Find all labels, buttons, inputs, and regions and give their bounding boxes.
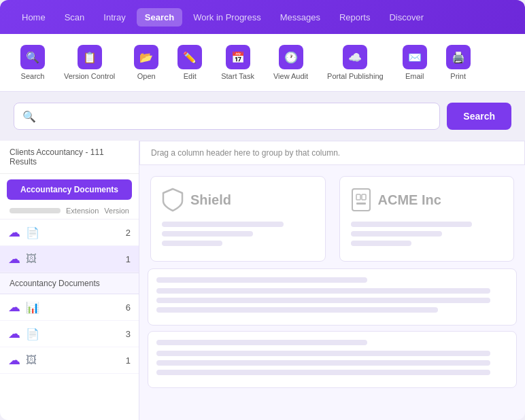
item-version: 1 [126,355,131,366]
cloud-icon: ☁ [8,251,20,266]
cards-row: Shield ACME Inc [139,165,525,268]
list-item[interactable]: ☁ 📄 2 [0,220,139,246]
svg-rect-0 [352,189,370,211]
placeholder-line [156,277,367,283]
view-audit-button[interactable]: 🕐 View Audit [267,41,315,84]
placeholder-line [162,231,253,237]
extension-column-header: Extension [66,207,99,215]
shield-logo: Shield [162,188,314,212]
email-icon: ✉️ [403,45,427,69]
print-label: Print [450,72,466,80]
shield-icon [162,188,184,212]
start-task-icon: 📅 [226,45,250,69]
list-item[interactable]: ☁ 📊 6 [0,294,139,321]
cloud-icon: ☁ [8,353,20,368]
content-rows [139,268,525,392]
nav-reports[interactable]: Reports [331,8,379,27]
open-button[interactable]: 📂 Open [127,41,165,84]
nav-messages[interactable]: Messages [272,8,328,27]
portal-publishing-icon: ☁️ [343,45,367,69]
nav-wip[interactable]: Work in Progress [185,8,269,27]
placeholder-line [156,360,490,366]
nav-discover[interactable]: Discover [381,8,432,27]
nav-scan[interactable]: Scan [56,8,93,27]
version-column-header: Version [104,207,129,215]
toolbar: 🔍 Search 📋 Version Control 📂 Open ✏️ Edi… [0,34,525,92]
placeholder-line [351,231,442,237]
cloud-icon: ☁ [8,300,20,315]
search-icon: 🔍 [22,110,36,123]
item-version: 1 [126,254,131,264]
portal-publishing-button[interactable]: ☁️ Portal Publishing [320,41,390,84]
search-input-wrap: 🔍 [14,103,440,130]
start-task-button[interactable]: 📅 Start Task [214,41,261,84]
nav-intray[interactable]: Intray [95,8,134,27]
content-row [148,331,517,388]
placeholder-line [162,241,222,246]
placeholder-line [156,288,490,294]
item-version: 2 [126,228,131,238]
item-version: 3 [126,329,131,339]
document-icon: 📄 [26,226,39,239]
edit-button[interactable]: ✏️ Edit [171,41,209,84]
placeholder-line [351,222,473,227]
acme-logo-text: ACME Inc [378,192,441,208]
shield-card: Shield [150,176,326,262]
acme-icon [351,188,371,212]
content-row [148,268,517,326]
nav-search[interactable]: Search [137,8,182,27]
data-icon: 📊 [26,301,39,314]
view-audit-icon: 🕐 [279,45,303,69]
print-icon: 🖨️ [446,45,471,69]
acme-card: ACME Inc [339,176,515,262]
search-bar-area: 🔍 Search [0,92,525,141]
list-item[interactable]: ☁ 🖼 1 [0,347,139,374]
svg-rect-1 [356,194,360,200]
version-control-label: Version Control [64,72,115,80]
shield-logo-text: Shield [190,192,231,208]
edit-label: Edit [184,72,197,80]
list-columns-header: Extension Version [0,203,139,220]
drag-hint: Drag a column header here to group by th… [139,141,525,165]
search-button[interactable]: Search [447,103,511,130]
name-column-spacer [10,208,61,213]
placeholder-line [162,222,284,227]
portal-publishing-label: Portal Publishing [327,72,384,80]
right-panel: Drag a column header here to group by th… [139,141,525,420]
results-header: Clients Accountancy - 111 Results [0,141,139,174]
placeholder-line [156,298,490,303]
placeholder-line [156,340,367,345]
list-item[interactable]: ☁ 📄 3 [0,321,139,347]
email-label: Email [405,72,424,80]
image-icon: 🖼 [26,354,37,366]
section-label: Accountancy Documents [0,273,139,294]
placeholder-line [156,351,490,356]
version-control-button[interactable]: 📋 Version Control [57,41,122,84]
open-label: Open [137,72,156,80]
svg-rect-2 [362,194,366,200]
top-navigation: Home Scan Intray Search Work in Progress… [0,0,525,34]
start-task-label: Start Task [221,72,254,80]
view-audit-label: View Audit [273,72,308,80]
item-version: 6 [126,302,131,313]
placeholder-line [351,241,411,246]
print-button[interactable]: 🖨️ Print [439,41,477,84]
placeholder-line [156,307,438,313]
search-input[interactable] [41,111,431,122]
acme-logo: ACME Inc [351,188,503,212]
open-icon: 📂 [134,45,158,69]
list-item[interactable]: ☁ 🖼 1 [0,246,139,273]
search-tool-icon: 🔍 [20,45,45,69]
search-tool-label: Search [21,72,45,80]
email-button[interactable]: ✉️ Email [396,41,434,84]
image-icon: 🖼 [26,253,37,265]
left-panel: Clients Accountancy - 111 Results Accoun… [0,141,139,420]
search-tool-button[interactable]: 🔍 Search [14,41,52,84]
version-control-icon: 📋 [78,45,102,69]
edit-icon: ✏️ [177,45,202,69]
cloud-icon: ☁ [8,225,20,240]
placeholder-line [156,370,490,375]
nav-home[interactable]: Home [14,8,54,27]
category-tab[interactable]: Accountancy Documents [7,179,132,200]
svg-rect-3 [356,203,366,205]
